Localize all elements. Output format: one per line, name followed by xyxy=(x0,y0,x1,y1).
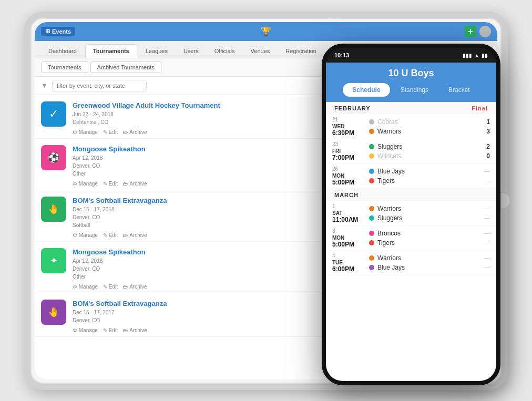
tab-venues[interactable]: Venues xyxy=(243,45,278,57)
team-name: Sluggers xyxy=(377,143,478,150)
phone-tab-schedule[interactable]: Schedule xyxy=(343,83,390,97)
archive-link[interactable]: 🗁 Archive xyxy=(123,232,147,238)
final-label: Final xyxy=(472,105,488,111)
month-header-feb: FEBRUARY Final xyxy=(326,102,496,115)
team-name: Tigers xyxy=(377,239,478,246)
phone-tab-standings[interactable]: Standings xyxy=(391,83,438,97)
games-column: Sluggers 2 Wildcats 0 xyxy=(369,142,490,161)
team-dash: — xyxy=(482,214,490,222)
game-row: Cobras 1 xyxy=(369,117,490,127)
phone-status-bar: 10:13 ▮▮▮ ▲ ▮▮ xyxy=(326,48,496,63)
edit-link[interactable]: ✎ Edit xyxy=(103,129,118,135)
manage-link[interactable]: ⚙ Manage xyxy=(73,284,98,290)
team-dot xyxy=(369,240,374,245)
topbar-right: + xyxy=(465,26,491,37)
team-dot xyxy=(369,255,374,261)
search-input[interactable] xyxy=(52,80,147,91)
date-number: 3 xyxy=(332,228,369,234)
schedule-row: 26 MON 5:00PM Blue Jays — Tigers — xyxy=(326,164,496,189)
schedule-time: 6:30PM xyxy=(332,129,369,137)
team-score: 3 xyxy=(482,128,490,135)
edit-link[interactable]: ✎ Edit xyxy=(103,284,118,290)
archive-link[interactable]: 🗁 Archive xyxy=(123,327,147,333)
signal-icon: ▮▮▮ xyxy=(463,53,472,58)
subtab-archived[interactable]: Archived Tournaments xyxy=(90,61,161,73)
game-row: Blue Jays — xyxy=(369,263,490,272)
team-name: Wildcats xyxy=(377,152,478,160)
schedule-day: FRI xyxy=(332,148,369,154)
tournament-icon: 🤚 xyxy=(41,197,66,222)
battery-icon: ▮▮ xyxy=(482,53,488,58)
tab-registration[interactable]: Registration xyxy=(278,45,324,57)
add-icon-button[interactable]: + xyxy=(465,26,476,37)
game-row: Warriors — xyxy=(369,204,490,213)
month-header-mar: MARCH xyxy=(326,189,496,201)
archive-link[interactable]: 🗁 Archive xyxy=(123,284,147,290)
team-name: Blue Jays xyxy=(377,264,478,271)
manage-link[interactable]: ⚙ Manage xyxy=(73,129,98,135)
team-score: 1 xyxy=(482,118,490,126)
grid-icon: ⊞ xyxy=(45,28,50,35)
date-number: 21 xyxy=(332,117,369,122)
manage-link[interactable]: ⚙ Manage xyxy=(73,232,98,238)
team-name: Blue Jays xyxy=(377,168,478,175)
tab-tournaments[interactable]: Tournaments xyxy=(85,44,137,58)
archive-link[interactable]: 🗁 Archive xyxy=(123,181,147,187)
tournament-icon: ✓ xyxy=(41,101,66,127)
team-dot xyxy=(369,206,374,211)
edit-link[interactable]: ✎ Edit xyxy=(103,327,118,333)
game-row: Warriors 3 xyxy=(369,127,490,136)
date-column: 4 TUE 6:00PM xyxy=(332,253,369,273)
team-name: Cobras xyxy=(377,118,478,126)
team-dash: — xyxy=(482,264,490,271)
manage-link[interactable]: ⚙ Manage xyxy=(73,327,98,333)
schedule-time: 11:00AM xyxy=(332,216,369,223)
schedule-row: 4 TUE 6:00PM Warriors — Blue Jays — xyxy=(326,251,496,275)
phone-header: 10 U Boys Schedule Standings Bracket xyxy=(326,63,496,102)
schedule-day: WED xyxy=(332,124,369,129)
team-dot xyxy=(369,129,374,134)
edit-link[interactable]: ✎ Edit xyxy=(103,232,118,238)
ipad-topbar: ⊞ Events 🏆 + xyxy=(35,22,497,41)
filter-icon: ▼ xyxy=(41,81,48,89)
date-column: 23 FRI 7:00PM xyxy=(332,141,369,161)
events-badge: ⊞ Events xyxy=(41,27,75,36)
manage-link[interactable]: ⚙ Manage xyxy=(73,181,98,187)
date-number: 26 xyxy=(332,166,369,172)
game-row: Sluggers 2 xyxy=(369,142,490,151)
game-row: Warriors — xyxy=(369,253,490,263)
phone-device: 10:13 ▮▮▮ ▲ ▮▮ 10 U Boys Schedule Standi… xyxy=(322,44,500,385)
schedule-day: MON xyxy=(332,235,369,241)
date-number: 23 xyxy=(332,141,369,147)
team-name: Tigers xyxy=(377,177,478,184)
team-dash: — xyxy=(482,205,490,212)
schedule-content: FEBRUARY Final 21 WED 6:30PM Cobras 1 xyxy=(326,102,496,381)
edit-link[interactable]: ✎ Edit xyxy=(103,181,118,187)
phone-notch xyxy=(390,48,432,57)
phone-tab-bracket[interactable]: Bracket xyxy=(439,83,479,97)
trophy-icon: 🏆 xyxy=(261,26,271,36)
team-dash: — xyxy=(482,177,490,184)
team-dot xyxy=(369,169,374,174)
games-column: Blue Jays — Tigers — xyxy=(369,167,490,186)
team-dash: — xyxy=(482,239,490,246)
month-name: MARCH xyxy=(334,192,359,198)
game-row: Tigers — xyxy=(369,238,490,248)
subtab-tournaments[interactable]: Tournaments xyxy=(41,61,88,73)
team-name: Warriors xyxy=(377,128,478,135)
schedule-row: 21 WED 6:30PM Cobras 1 Warriors 3 xyxy=(326,115,496,139)
team-score: 0 xyxy=(482,152,490,160)
schedule-time: 7:00PM xyxy=(332,154,369,161)
tab-leagues[interactable]: Leagues xyxy=(138,45,175,57)
user-avatar[interactable] xyxy=(479,26,491,37)
phone-screen: 10 U Boys Schedule Standings Bracket FEB… xyxy=(326,63,496,381)
tab-users[interactable]: Users xyxy=(176,45,206,57)
archive-link[interactable]: 🗁 Archive xyxy=(123,129,147,135)
tab-dashboard[interactable]: Dashboard xyxy=(41,45,84,57)
team-dash: — xyxy=(482,168,490,175)
game-row: Blue Jays — xyxy=(369,167,490,176)
team-dot xyxy=(369,215,374,221)
tab-officials[interactable]: Officials xyxy=(207,45,242,57)
team-name: Warriors xyxy=(377,254,478,262)
games-column: Cobras 1 Warriors 3 xyxy=(369,117,490,136)
